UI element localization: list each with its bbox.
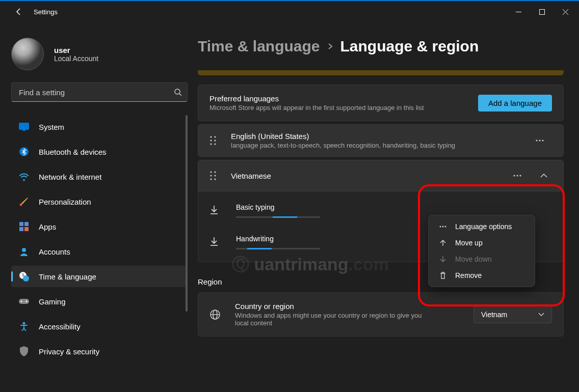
download-icon — [209, 205, 222, 215]
svg-point-25 — [210, 143, 212, 145]
wifi-icon — [18, 171, 30, 182]
country-select[interactable]: Vietnam — [473, 306, 552, 323]
svg-point-43 — [442, 226, 444, 228]
language-row-vietnamese[interactable]: Vietnamese — [198, 160, 564, 191]
apps-icon — [18, 221, 30, 232]
preferred-subtitle: Microsoft Store apps will appear in the … — [209, 104, 424, 111]
svg-line-5 — [179, 94, 181, 96]
context-menu: Language options Move up Move down Remov… — [428, 215, 535, 287]
sidebar-item-network[interactable]: Network & internet — [11, 166, 188, 187]
country-region-card[interactable]: Country or region Windows and apps might… — [198, 292, 564, 337]
arrow-down-icon — [438, 256, 448, 263]
svg-rect-1 — [539, 9, 544, 14]
progress-bar — [236, 248, 320, 249]
breadcrumb-parent[interactable]: Time & language — [198, 38, 320, 55]
shield-icon — [18, 346, 30, 357]
menu-item-language-options[interactable]: Language options — [432, 218, 532, 235]
person-icon — [18, 246, 30, 257]
progress-bar — [236, 216, 320, 218]
profile[interactable]: user Local Account — [11, 38, 188, 70]
svg-point-22 — [214, 136, 216, 137]
close-button[interactable] — [554, 4, 577, 19]
svg-point-38 — [519, 175, 521, 176]
svg-point-21 — [210, 136, 212, 137]
svg-point-44 — [445, 226, 446, 228]
svg-point-24 — [214, 139, 216, 141]
search-icon — [174, 88, 182, 96]
app-title: Settings — [34, 8, 58, 16]
breadcrumb: Time & language Language & region — [198, 38, 564, 55]
avatar — [11, 38, 44, 70]
sidebar-item-accounts[interactable]: Accounts — [11, 241, 188, 262]
breadcrumb-current: Language & region — [340, 38, 479, 55]
preferred-languages-card: Preferred languages Microsoft Store apps… — [198, 85, 564, 121]
profile-name: user — [54, 46, 98, 54]
svg-point-35 — [214, 178, 216, 180]
bluetooth-icon — [18, 146, 30, 157]
minimize-button[interactable] — [507, 4, 530, 19]
svg-rect-7 — [22, 130, 25, 131]
svg-point-9 — [20, 204, 22, 206]
svg-point-26 — [214, 143, 216, 145]
sidebar-item-personalization[interactable]: Personalization — [11, 191, 188, 212]
svg-rect-6 — [19, 123, 29, 130]
svg-point-37 — [516, 175, 518, 176]
display-icon — [18, 121, 30, 132]
svg-rect-12 — [19, 227, 23, 231]
svg-rect-17 — [19, 299, 29, 304]
profile-account: Local Account — [54, 54, 98, 63]
sidebar-item-bluetooth[interactable]: Bluetooth & devices — [11, 141, 188, 162]
svg-point-27 — [536, 139, 537, 141]
sidebar-item-privacy[interactable]: Privacy & security — [11, 341, 188, 362]
notification-banner — [198, 70, 564, 75]
titlebar: Settings — [0, 1, 579, 22]
drag-handle-icon[interactable] — [209, 135, 217, 146]
download-icon — [209, 237, 222, 247]
menu-item-move-down: Move down — [432, 251, 532, 267]
svg-point-20 — [23, 322, 25, 325]
accessibility-icon — [18, 321, 30, 332]
search-box[interactable] — [11, 82, 188, 102]
main-content: Time & language Language & region Prefer… — [194, 22, 579, 392]
sidebar-item-system[interactable]: System — [11, 116, 188, 137]
sidebar-item-accessibility[interactable]: Accessibility — [11, 316, 188, 337]
svg-point-36 — [513, 175, 515, 176]
more-button[interactable] — [532, 132, 548, 149]
svg-point-23 — [210, 139, 212, 141]
svg-point-18 — [21, 301, 22, 302]
svg-point-4 — [175, 89, 180, 94]
maximize-button[interactable] — [530, 4, 554, 19]
sidebar: user Local Account System Bluetooth & d — [0, 22, 194, 392]
globe-icon — [209, 309, 221, 320]
sidebar-item-time-language[interactable]: Time & language — [11, 266, 188, 287]
language-row-english[interactable]: English (United States) language pack, t… — [198, 124, 564, 157]
more-button[interactable] — [509, 167, 525, 184]
back-button[interactable] — [11, 4, 27, 19]
svg-point-29 — [542, 139, 543, 141]
svg-rect-11 — [24, 222, 29, 226]
sidebar-scrollbar[interactable] — [186, 115, 188, 312]
svg-point-14 — [22, 248, 26, 252]
menu-item-remove[interactable]: Remove — [432, 267, 532, 284]
sidebar-item-gaming[interactable]: Gaming — [11, 291, 188, 312]
search-input[interactable] — [19, 88, 174, 97]
svg-point-30 — [210, 171, 212, 173]
svg-point-34 — [210, 178, 212, 180]
preferred-title: Preferred languages — [209, 94, 424, 103]
svg-point-28 — [539, 139, 540, 141]
nav-list: System Bluetooth & devices Network & int… — [11, 115, 188, 363]
menu-item-move-up[interactable]: Move up — [432, 235, 532, 251]
gamepad-icon — [18, 296, 30, 307]
clock-globe-icon — [18, 271, 30, 282]
svg-point-32 — [210, 175, 212, 176]
chevron-right-icon — [327, 43, 333, 49]
brush-icon — [18, 196, 30, 207]
sidebar-item-apps[interactable]: Apps — [11, 216, 188, 237]
svg-point-42 — [440, 226, 441, 228]
svg-rect-13 — [24, 227, 29, 231]
drag-handle-icon[interactable] — [209, 171, 217, 181]
chevron-up-icon[interactable] — [536, 167, 552, 184]
more-icon — [438, 226, 448, 228]
add-language-button[interactable]: Add a language — [478, 95, 552, 111]
svg-rect-10 — [19, 222, 23, 226]
